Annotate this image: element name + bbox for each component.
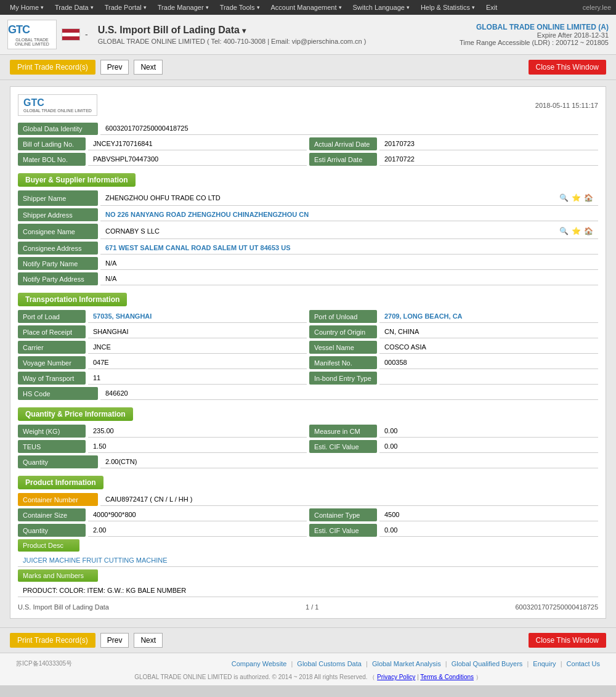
footer-company-website[interactable]: Company Website [232, 660, 287, 667]
place-receipt-row: Place of Receipt SHANGHAI Country of Ori… [18, 325, 598, 338]
prev-button-bottom[interactable]: Prev [100, 633, 129, 648]
place-receipt-value: SHANGHAI [88, 325, 307, 338]
nav-trade-tools-label: Trade Tools [220, 4, 255, 11]
shipper-search-icon[interactable]: 🔍 [559, 193, 569, 203]
prev-button-top[interactable]: Prev [100, 60, 129, 75]
nav-trade-data-label: Trade Data [55, 4, 89, 11]
logo-area: GTC GLOBAL TRADE ONLINE LIMITED - [7, 20, 91, 49]
record-card: GTC GLOBAL TRADE ONLINE LIMITED 2018-05-… [10, 86, 606, 619]
nav-exit[interactable]: Exit [481, 2, 502, 13]
close-button-bottom[interactable]: Close This Window [529, 633, 606, 648]
nav-trade-manager[interactable]: Trade Manager ▾ [153, 2, 214, 13]
nav-trade-tools[interactable]: Trade Tools ▾ [215, 2, 265, 13]
shipper-star-icon[interactable]: ⭐ [571, 193, 581, 203]
nav-switch-language[interactable]: Switch Language ▾ [348, 2, 415, 13]
mater-bol-right: Esti Arrival Date 20170722 [309, 153, 598, 166]
flag-dash: - [85, 30, 88, 39]
consignee-address-label: Consignee Address [18, 242, 98, 255]
esti-cif-right: Esti. CIF Value 0.00 [309, 440, 598, 453]
port-unload-right: Port of Unload 2709, LONG BEACH, CA [309, 310, 598, 323]
teus-value: 1.50 [88, 440, 307, 453]
measure-right: Measure in CM 0.00 [309, 425, 598, 438]
header-expire: Expire After 2018-12-31 [460, 31, 609, 39]
bottom-action-bar: Print Trade Record(s) Prev Next Close Th… [0, 627, 616, 653]
manifest-no-label: Manifest No. [309, 356, 377, 369]
voyage-row: Voyage Number 047E Manifest No. 000358 [18, 356, 598, 369]
vessel-name-value: COSCO ASIA [379, 341, 598, 354]
transport-row: Way of Transport 11 In-bond Entry Type [18, 372, 598, 385]
quantity-label: Quantity [18, 455, 98, 468]
footer-global-customs[interactable]: Global Customs Data [297, 660, 362, 667]
nav-username: celery.lee [583, 4, 611, 11]
notify-party-address-row: Notify Party Address N/A [18, 272, 598, 285]
close-button-top[interactable]: Close This Window [529, 60, 606, 75]
card-footer-page: 1 / 1 [306, 603, 318, 611]
bol-label: Bill of Lading No. [18, 137, 86, 150]
notify-party-address-label: Notify Party Address [18, 272, 98, 285]
product-quantity-value: 2.00 [88, 524, 307, 537]
shipper-name-value: ZHENGZHOU OHFU TRADE CO LTD [105, 194, 221, 202]
my-home-arrow-icon: ▾ [41, 4, 44, 10]
mater-bol-left: Mater BOL No. PABVSHPL70447300 [18, 153, 307, 166]
card-footer-record-id: 6003201707250000418725 [515, 603, 598, 611]
next-button-bottom[interactable]: Next [134, 633, 163, 648]
country-origin-label: Country of Origin [309, 325, 377, 338]
flag-area: - [62, 28, 91, 41]
footer-contact-us[interactable]: Contact Us [567, 660, 600, 667]
consignee-name-value-cell: CORNABY S LLC 🔍 ⭐ 🏠 [100, 224, 598, 239]
container-number-row: Container Number CAIU8972417 ( CN / L / … [18, 493, 598, 506]
container-number-value: CAIU8972417 ( CN / L / HH ) [100, 493, 598, 506]
nav-trade-manager-label: Trade Manager [158, 4, 204, 11]
notify-party-name-value: N/A [100, 257, 598, 270]
header-company-name: GLOBAL TRADE ONLINE LIMITED (A) [460, 23, 609, 31]
footer-enquiry[interactable]: Enquiry [533, 660, 556, 667]
country-origin-right: Country of Origin CN, CHINA [309, 325, 598, 338]
nav-trade-portal[interactable]: Trade Portal ▾ [100, 2, 152, 13]
header-info: GLOBAL TRADE ONLINE LIMITED (A) Expire A… [460, 23, 609, 46]
container-size-label: Container Size [18, 508, 86, 521]
card-logo-sub: GLOBAL TRADE ONLINE LIMITED [23, 108, 92, 113]
footer-global-qualified[interactable]: Global Qualified Buyers [452, 660, 523, 667]
consignee-star-icon[interactable]: ⭐ [571, 226, 581, 236]
notify-party-name-row: Notify Party Name N/A [18, 257, 598, 270]
bol-right: Actual Arrival Date 20170723 [309, 137, 598, 150]
nav-exit-label: Exit [486, 4, 497, 11]
consignee-home-icon[interactable]: 🏠 [583, 226, 593, 236]
next-button-top[interactable]: Next [134, 60, 163, 75]
shipper-name-value-cell: ZHENGZHOU OHFU TRADE CO LTD 🔍 ⭐ 🏠 [100, 190, 598, 206]
shipper-home-icon[interactable]: 🏠 [583, 193, 593, 203]
consignee-search-icon[interactable]: 🔍 [559, 226, 569, 236]
title-dropdown-icon[interactable]: ▾ [242, 26, 246, 35]
container-size-row: Container Size 4000*900*800 Container Ty… [18, 508, 598, 521]
footer-terms-conditions[interactable]: Terms & Conditions [420, 674, 474, 680]
nav-help-statistics[interactable]: Help & Statistics ▾ [416, 2, 480, 13]
print-button-top[interactable]: Print Trade Record(s) [10, 60, 95, 75]
account-mgmt-arrow-icon: ▾ [339, 4, 342, 10]
footer-global-market[interactable]: Global Market Analysis [372, 660, 441, 667]
product-desc-row: Product Desc [18, 539, 598, 552]
global-data-identity-label: Global Data Identity [18, 123, 98, 135]
card-logo: GTC GLOBAL TRADE ONLINE LIMITED [18, 94, 97, 116]
container-size-left: Container Size 4000*900*800 [18, 508, 307, 521]
nav-account-management[interactable]: Account Management ▾ [266, 2, 347, 13]
buyer-supplier-section-header: Buyer & Supplier Information [18, 173, 136, 187]
product-esti-cif-label: Esti. CIF Value [309, 524, 377, 537]
product-section-header: Product Information [18, 476, 103, 489]
footer-sep-1: | [291, 660, 294, 667]
marks-row: Marks and Numbers [18, 569, 598, 582]
nav-my-home[interactable]: My Home ▾ [5, 2, 49, 13]
carrier-row: Carrier JNCE Vessel Name COSCO ASIA [18, 341, 598, 354]
header-subtitle: GLOBAL TRADE ONLINE LIMITED ( Tel: 400-7… [98, 38, 452, 45]
weight-value: 235.00 [88, 425, 307, 438]
top-navigation: My Home ▾ Trade Data ▾ Trade Portal ▾ Tr… [0, 0, 616, 15]
weight-left: Weight (KG) 235.00 [18, 425, 307, 438]
print-button-bottom[interactable]: Print Trade Record(s) [10, 633, 95, 648]
carrier-left: Carrier JNCE [18, 341, 307, 354]
port-load-row: Port of Load 57035, SHANGHAI Port of Unl… [18, 310, 598, 323]
footer-privacy-policy[interactable]: Privacy Policy [377, 674, 415, 680]
footer-sep-2: | [366, 660, 370, 667]
record-timestamp: 2018-05-11 15:11:17 [535, 102, 598, 109]
nav-trade-data[interactable]: Trade Data ▾ [50, 2, 99, 13]
mater-bol-label: Mater BOL No. [18, 153, 86, 166]
notify-party-address-value: N/A [100, 272, 598, 285]
